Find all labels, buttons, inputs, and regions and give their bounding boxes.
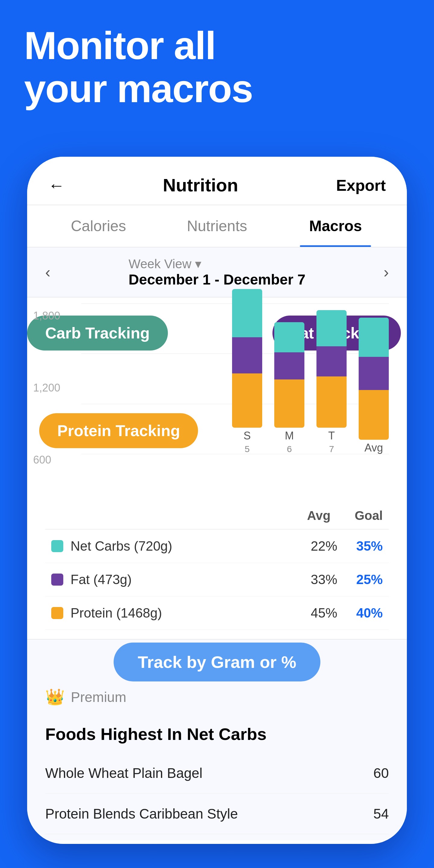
tab-nutrients[interactable]: Nutrients: [158, 205, 276, 247]
prev-week-button[interactable]: ‹: [45, 263, 50, 281]
fat-avg: 33%: [304, 572, 344, 587]
fat-goal: 25%: [344, 572, 383, 587]
food-item-protein-blend: Protein Blends Caribbean Style 54: [45, 794, 389, 834]
bar-label-m6: M: [285, 430, 294, 442]
hero-title: Monitor all your macros: [24, 24, 253, 110]
crown-icon: 👑: [45, 688, 65, 706]
week-selector: ‹ Week View ▾ December 1 - December 7 ›: [27, 247, 407, 298]
bar-sublabel-m6: 6: [287, 444, 292, 454]
protein-goal: 40%: [344, 606, 383, 621]
carbs-avg: 22%: [304, 538, 344, 554]
protein-label: Protein (1468g): [70, 606, 304, 621]
phone-frame: ← Nutrition Export Calories Nutrients Ma…: [27, 157, 407, 844]
fat-color-box: [51, 574, 63, 586]
header-title: Nutrition: [163, 175, 238, 195]
tab-calories[interactable]: Calories: [39, 205, 158, 247]
chart-bars: S 5 M 6: [45, 304, 389, 472]
food-item-bagel: Whole Wheat Plain Bagel 60: [45, 753, 389, 794]
bar-sublabel-t7: 7: [329, 444, 334, 454]
export-button[interactable]: Export: [336, 176, 386, 194]
food-value-protein-blend: 54: [373, 806, 389, 822]
back-button[interactable]: ←: [48, 176, 65, 195]
premium-text: Premium: [71, 689, 126, 705]
stat-row-fat: Fat (473g) 33% 25%: [45, 563, 389, 596]
chart-area: Carb Tracking Fat Tracking Protein Track…: [27, 298, 407, 496]
bar-sublabel-s5: 5: [245, 444, 250, 454]
bar-label-t7: T: [328, 430, 335, 442]
stat-row-carbs: Net Carbs (720g) 22% 35%: [45, 530, 389, 563]
week-view-label: Week View ▾: [129, 256, 306, 271]
premium-badge: 👑 Premium: [45, 688, 389, 706]
carbs-goal: 35%: [344, 538, 383, 554]
col-avg-label: Avg: [307, 508, 331, 523]
protein-avg: 45%: [304, 606, 344, 621]
stat-row-protein: Protein (1468g) 45% 40%: [45, 596, 389, 630]
bar-label-avg: Avg: [364, 441, 383, 454]
dropdown-arrow-icon: ▾: [195, 256, 201, 271]
food-value-bagel: 60: [373, 765, 389, 781]
bar-t7: T 7: [316, 310, 347, 454]
section-title-highest-carbs: Foods Highest In Net Carbs: [45, 724, 389, 744]
bar-label-s5: S: [244, 430, 251, 442]
col-goal-label: Goal: [355, 508, 383, 523]
stats-header: Avg Goal: [45, 505, 389, 530]
next-week-button[interactable]: ›: [384, 263, 389, 281]
stats-section: Avg Goal Net Carbs (720g) 22% 35% Fat (4…: [27, 496, 407, 639]
tab-bar: Calories Nutrients Macros: [27, 205, 407, 247]
protein-color-box: [51, 607, 63, 619]
food-name-protein-blend: Protein Blends Caribbean Style: [45, 806, 238, 822]
app-header: ← Nutrition Export: [27, 157, 407, 205]
fat-label: Fat (473g): [70, 572, 304, 587]
carbs-color-box: [51, 540, 63, 552]
bar-s5: S 5: [232, 289, 262, 454]
bar-avg: Avg: [359, 318, 389, 454]
tab-macros[interactable]: Macros: [276, 205, 395, 247]
premium-section: Track by Gram or % 👑 Premium Foods Highe…: [27, 639, 407, 840]
carbs-label: Net Carbs (720g): [70, 538, 304, 554]
bar-m6: M 6: [274, 322, 304, 454]
track-by-bubble: Track by Gram or %: [114, 643, 320, 681]
food-name-bagel: Whole Wheat Plain Bagel: [45, 765, 203, 781]
date-range: December 1 - December 7: [129, 271, 306, 288]
